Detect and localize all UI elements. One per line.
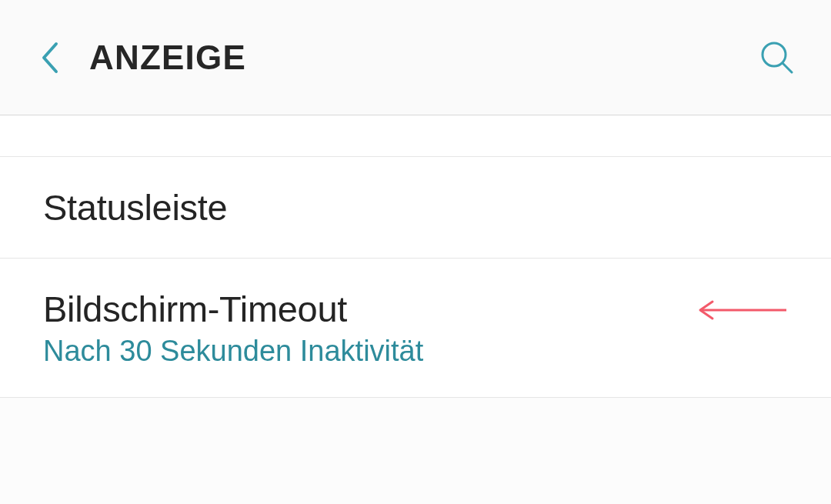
list-item-subtitle: Nach 30 Sekunden Inaktivität — [43, 335, 423, 368]
annotation-arrow — [696, 299, 788, 325]
header: ANZEIGE — [0, 0, 831, 115]
settings-list: Statusleiste Bildschirm-Timeout Nach 30 … — [0, 115, 831, 398]
list-item-label: Statusleiste — [43, 186, 788, 229]
list-item-partial[interactable] — [0, 115, 831, 157]
list-item-statusbar[interactable]: Statusleiste — [0, 157, 831, 259]
list-item-label: Bildschirm-Timeout — [43, 288, 423, 330]
chevron-left-icon — [39, 41, 59, 75]
search-icon — [758, 38, 796, 77]
svg-line-1 — [783, 63, 792, 72]
list-item-screen-timeout[interactable]: Bildschirm-Timeout Nach 30 Sekunden Inak… — [0, 259, 831, 398]
arrow-left-icon — [696, 299, 788, 322]
back-button[interactable] — [31, 39, 68, 76]
search-button[interactable] — [754, 35, 800, 81]
page-title: ANZEIGE — [89, 38, 754, 77]
